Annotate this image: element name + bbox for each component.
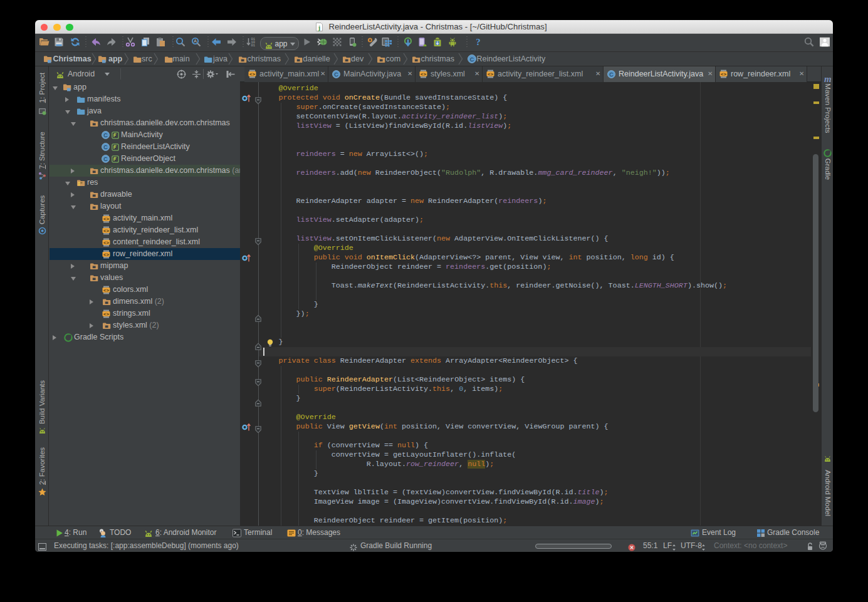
svg-text:<>: <>	[103, 229, 110, 234]
svg-text:A: A	[194, 38, 197, 44]
svg-text:C: C	[103, 156, 108, 162]
svg-text:<>: <>	[249, 72, 256, 77]
svg-text:<>: <>	[103, 288, 110, 293]
svg-text:<>: <>	[421, 72, 427, 77]
svg-text:C: C	[103, 144, 108, 150]
svg-text:01: 01	[251, 44, 255, 47]
svg-text:C: C	[470, 56, 474, 62]
svg-text:C: C	[609, 71, 614, 78]
svg-text:?: ?	[476, 37, 481, 47]
svg-text:<>: <>	[103, 312, 110, 317]
svg-text:<>: <>	[103, 252, 110, 257]
svg-text:<>: <>	[103, 217, 110, 222]
svg-text:<>: <>	[488, 72, 494, 77]
svg-text:<>: <>	[103, 241, 110, 246]
svg-text:C: C	[334, 71, 338, 78]
svg-text:C: C	[103, 132, 108, 138]
svg-text:<>: <>	[721, 72, 727, 77]
